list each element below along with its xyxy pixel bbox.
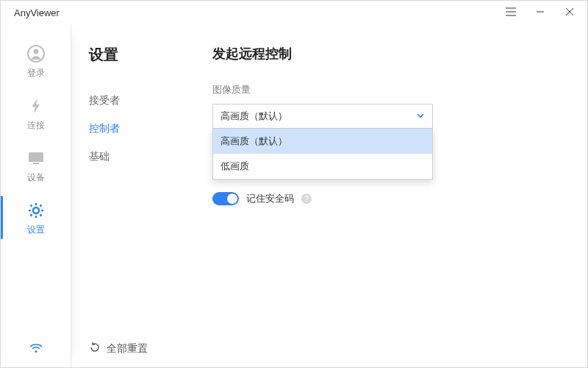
settings-nav-basic[interactable]: 基础 bbox=[89, 143, 174, 171]
close-button[interactable] bbox=[555, 1, 584, 24]
main-panel: 发起远程控制 图像质量 高画质（默认） 高画质（默认） 低画质 记住安全码 ? bbox=[195, 24, 587, 367]
settings-nav-controller[interactable]: 控制者 bbox=[89, 115, 174, 143]
user-circle-icon bbox=[26, 43, 46, 64]
undo-icon bbox=[89, 342, 101, 355]
rail-item-login[interactable]: 登录 bbox=[1, 35, 71, 87]
svg-rect-2 bbox=[29, 152, 43, 162]
image-quality-dropdown: 高画质（默认） 低画质 bbox=[212, 129, 433, 180]
image-quality-option-high[interactable]: 高画质（默认） bbox=[213, 129, 432, 154]
svg-point-5 bbox=[35, 350, 37, 353]
image-quality-select[interactable]: 高画质（默认） bbox=[212, 104, 433, 129]
reset-all-label: 全部重置 bbox=[107, 342, 148, 355]
hamburger-icon bbox=[506, 6, 516, 19]
settings-title: 设置 bbox=[89, 45, 174, 65]
bolt-icon bbox=[26, 96, 46, 116]
image-quality-label: 图像质量 bbox=[212, 83, 558, 96]
rail-item-connect[interactable]: 连接 bbox=[1, 87, 71, 139]
svg-rect-3 bbox=[33, 163, 39, 164]
rail-item-devices[interactable]: 设备 bbox=[1, 139, 71, 191]
svg-point-4 bbox=[33, 208, 39, 213]
help-icon[interactable]: ? bbox=[301, 194, 312, 204]
app-title: AnyViewer bbox=[14, 7, 60, 18]
settings-nav-receiver[interactable]: 接受者 bbox=[89, 87, 174, 115]
rail-item-label: 登录 bbox=[27, 67, 45, 79]
left-rail: 登录 连接 设备 设置 bbox=[1, 24, 71, 367]
remember-code-toggle[interactable] bbox=[212, 192, 239, 205]
wifi-icon[interactable] bbox=[26, 338, 46, 358]
image-quality-selected: 高画质（默认） bbox=[220, 110, 287, 123]
menu-button[interactable] bbox=[496, 1, 526, 24]
minimize-icon bbox=[536, 6, 545, 19]
minimize-button[interactable] bbox=[526, 1, 555, 24]
titlebar: AnyViewer bbox=[1, 1, 587, 24]
svg-point-1 bbox=[33, 49, 38, 54]
body: 登录 连接 设备 设置 bbox=[1, 24, 587, 367]
settings-nav: 设置 接受者 控制者 基础 全部重置 bbox=[71, 24, 195, 367]
rail-item-label: 设置 bbox=[27, 224, 45, 236]
close-icon bbox=[565, 6, 574, 19]
remember-code-label: 记住安全码 bbox=[246, 192, 294, 205]
gear-icon bbox=[26, 200, 46, 221]
rail-item-label: 设备 bbox=[27, 171, 45, 184]
remember-code-row: 记住安全码 ? bbox=[212, 192, 558, 205]
app-window: AnyViewer 登录 bbox=[0, 0, 588, 368]
chevron-down-icon bbox=[416, 111, 425, 122]
reset-all-button[interactable]: 全部重置 bbox=[89, 342, 174, 355]
rail-item-label: 连接 bbox=[27, 119, 45, 132]
monitor-icon bbox=[26, 148, 46, 169]
image-quality-option-low[interactable]: 低画质 bbox=[213, 154, 432, 179]
rail-bottom bbox=[1, 338, 71, 367]
section-heading: 发起远程控制 bbox=[212, 45, 558, 63]
rail-item-settings[interactable]: 设置 bbox=[1, 191, 71, 244]
